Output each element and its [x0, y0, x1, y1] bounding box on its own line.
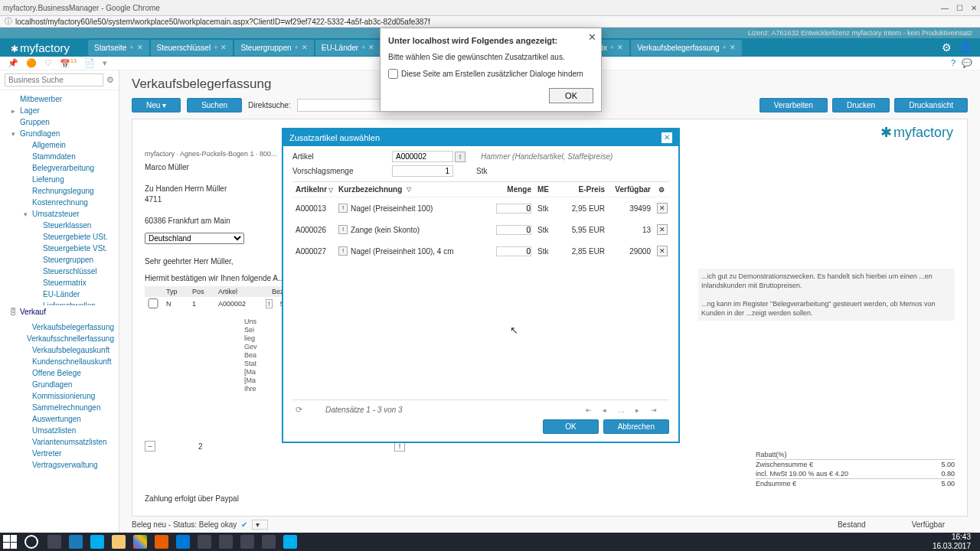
sidebar-item[interactable]: Umsatzlisten: [0, 425, 119, 436]
system-clock[interactable]: 16:43 16.03.2017: [933, 533, 977, 551]
pager[interactable]: ⇤ ◂ … ▸ ⇥: [586, 406, 662, 414]
sidebar-item[interactable]: Sammelrechnungen: [0, 402, 119, 413]
search-options-icon[interactable]: ⚙: [106, 75, 114, 85]
sidebar-item[interactable]: Steuerschlüssel: [0, 266, 119, 277]
menge-input[interactable]: [496, 204, 531, 214]
sidebar-item[interactable]: Verkaufsbelegauskunft: [0, 344, 119, 356]
row-info-btn[interactable]: !: [266, 299, 273, 308]
alert-ok-button[interactable]: OK: [549, 88, 593, 103]
alert-suppress-checkbox[interactable]: [388, 69, 398, 79]
verkauf-header[interactable]: 🗄 Verkauf: [0, 305, 119, 318]
arrow-icon[interactable]: ▾: [103, 58, 107, 68]
explorer-icon[interactable]: [112, 535, 126, 549]
cortana-icon[interactable]: [24, 535, 38, 549]
sidebar-item[interactable]: Variantenumsatzlisten: [0, 436, 119, 448]
line2-expand[interactable]: –: [145, 441, 155, 452]
sidebar-item[interactable]: Rechnungslegung: [0, 185, 119, 197]
skype2-icon[interactable]: [283, 535, 297, 549]
drucken-button[interactable]: Drucken: [832, 98, 890, 112]
sidebar-item[interactable]: Stammdaten: [0, 151, 119, 162]
sidebar-item[interactable]: Vertreter: [0, 448, 119, 459]
remove-row-button[interactable]: ✕: [657, 224, 668, 235]
calendar-icon[interactable]: 📅13: [60, 58, 77, 69]
remove-row-button[interactable]: ✕: [657, 203, 668, 214]
tab-eulander[interactable]: EU-Länder+✕: [315, 40, 381, 56]
direct-search-input[interactable]: [297, 99, 389, 112]
firefox-icon[interactable]: [155, 535, 168, 549]
sidebar-item[interactable]: Steuergruppen: [0, 254, 119, 266]
app-icon[interactable]: [198, 535, 211, 549]
sidebar-item[interactable]: Verkaufsbelegerfassung: [0, 321, 119, 333]
sidebar-item[interactable]: Kommissionierung: [0, 390, 119, 402]
app-logo[interactable]: myfactory: [0, 41, 80, 54]
table-row[interactable]: A000013!Nagel (Preiseinheit 100)Stk2,95 …: [292, 197, 669, 219]
alert-close-icon[interactable]: ✕: [588, 31, 596, 43]
tab-steuerschlussel[interactable]: Steuerschlüssel+✕: [151, 40, 234, 56]
row-info-button[interactable]: !: [338, 225, 348, 234]
sidebar-item[interactable]: Mitbewerber: [0, 93, 119, 105]
sidebar-item[interactable]: Allgemein: [0, 139, 119, 151]
fav-icon[interactable]: ♡: [44, 58, 52, 68]
table-row[interactable]: A000026!Zange (kein Skonto)Stk5,95 EUR13…: [292, 219, 669, 240]
app-icon[interactable]: [240, 535, 254, 549]
status-dropdown[interactable]: ▾: [252, 520, 268, 530]
help-icon[interactable]: ?: [951, 58, 956, 68]
column-config-icon[interactable]: ⚙: [658, 186, 665, 194]
sidebar-item[interactable]: Steuerklassen: [0, 220, 119, 231]
sidebar-item[interactable]: Lieferung: [0, 174, 119, 185]
druckansicht-button[interactable]: Druckansicht: [894, 98, 968, 112]
row-info-button[interactable]: !: [338, 204, 348, 213]
sidebar-item[interactable]: EU-Länder: [0, 289, 119, 300]
sidebar-item[interactable]: Kundenschnellauskunft: [0, 356, 119, 367]
new-button[interactable]: Neu ▾: [132, 98, 181, 112]
doc-icon[interactable]: 📄: [84, 58, 95, 68]
gear-icon[interactable]: ⚙: [942, 41, 952, 54]
vorschlag-input[interactable]: [392, 165, 453, 177]
modal-cancel-button[interactable]: Abbrechen: [603, 419, 669, 434]
remove-row-button[interactable]: ✕: [657, 246, 668, 256]
sidebar-item[interactable]: Kostenrechnung: [0, 197, 119, 208]
sidebar-item[interactable]: Belegverarbeitung: [0, 162, 119, 174]
taskview-icon[interactable]: [47, 535, 61, 549]
modal-close-icon[interactable]: ✕: [662, 132, 672, 143]
sidebar-item[interactable]: Offene Belege: [0, 367, 119, 379]
country-select[interactable]: Deutschland: [145, 233, 244, 244]
chrome-icon[interactable]: [133, 535, 147, 549]
menge-input[interactable]: [496, 225, 531, 235]
start-button[interactable]: [3, 535, 17, 549]
sidebar-item[interactable]: Auswertungen: [0, 413, 119, 425]
maximize-icon[interactable]: ☐: [956, 4, 963, 12]
sort-icon[interactable]: ▽: [328, 187, 333, 194]
badge-icon[interactable]: 🟠: [26, 58, 37, 68]
sidebar-item[interactable]: Steuergebiete VSt.: [0, 243, 119, 254]
minimize-icon[interactable]: —: [941, 4, 949, 12]
sidebar-item[interactable]: Gruppen: [0, 116, 119, 128]
verarbeiten-button[interactable]: Verarbeiten: [760, 98, 828, 112]
edge-icon[interactable]: [176, 535, 190, 549]
sidebar-item[interactable]: ▾Umsatzsteuer: [0, 208, 119, 220]
info-icon[interactable]: ⓘ: [5, 16, 12, 27]
sidebar-item[interactable]: Steuergebiete USt.: [0, 231, 119, 243]
row-info-button[interactable]: !: [338, 246, 348, 256]
url-text[interactable]: localhost/myfactory60/ie50/system/workpl…: [15, 18, 430, 26]
pushpin-icon[interactable]: 📌: [8, 58, 18, 68]
tab-verkaufsbeleg[interactable]: Verkaufsbelegerfassung+✕: [631, 40, 742, 56]
search-input[interactable]: [5, 73, 103, 86]
row-checkbox[interactable]: [148, 298, 158, 308]
skype-icon[interactable]: [90, 535, 104, 549]
sort-icon[interactable]: ▽: [407, 186, 411, 193]
close-icon[interactable]: ✕: [971, 4, 977, 12]
tab-steuergruppen[interactable]: Steuergruppen+✕: [234, 40, 313, 56]
artikel-lookup-button[interactable]: !: [455, 152, 466, 162]
sidebar-item[interactable]: ▸Lager: [0, 105, 119, 116]
search-button[interactable]: Suchen: [187, 98, 242, 112]
artikel-input[interactable]: [392, 151, 453, 162]
store-icon[interactable]: [69, 535, 83, 549]
sidebar-item[interactable]: Verkaufsschnellerfassung: [0, 333, 119, 344]
modal-ok-button[interactable]: OK: [543, 419, 598, 434]
sidebar-item[interactable]: Steuermatrix: [0, 277, 119, 289]
modal-titlebar[interactable]: Zusatzartikel auswählen ✕: [283, 129, 678, 146]
sidebar-item[interactable]: Vertragsverwaltung: [0, 459, 119, 471]
table-row[interactable]: A000027!Nagel (Preiseinheit 100), 4 cmSt…: [292, 240, 669, 262]
sidebar-item[interactable]: ▾Grundlagen: [0, 128, 119, 139]
